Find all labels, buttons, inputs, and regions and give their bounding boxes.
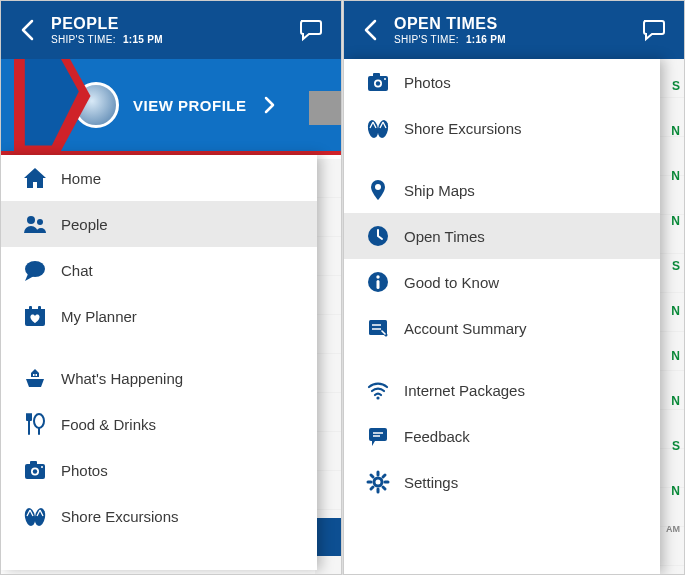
receipt-icon	[360, 315, 396, 341]
back-button[interactable]	[13, 17, 45, 43]
camera-icon	[360, 69, 396, 95]
ships-time: SHIP'S TIME: 1:15 PM	[51, 34, 293, 45]
profile-banner[interactable]: VIEW PROFILE	[1, 59, 341, 155]
menu-item-label: Good to Know	[404, 274, 499, 291]
menu-item-label: Food & Drinks	[61, 416, 156, 433]
clock-icon	[360, 223, 396, 249]
obscured-content	[315, 159, 341, 574]
menu-separator	[1, 339, 317, 355]
menu-item-label: Settings	[404, 474, 458, 491]
menu-item-know[interactable]: Good to Know	[344, 259, 660, 305]
back-icon	[359, 17, 385, 43]
page-title: PEOPLE	[51, 15, 293, 33]
chat-icon	[640, 16, 668, 44]
menu-item-account[interactable]: Account Summary	[344, 305, 660, 351]
people-icon	[17, 211, 53, 237]
flipflops-icon	[360, 115, 396, 141]
obscured-content: S N N N S N N N S N AM	[658, 59, 684, 574]
header: OPEN TIMES SHIP'S TIME: 1:16 PM	[344, 1, 684, 59]
menu-item-shore[interactable]: Shore Excursions	[1, 493, 317, 539]
chat-button[interactable]	[636, 16, 672, 44]
menu-item-label: Internet Packages	[404, 382, 525, 399]
nav-drawer: HomePeopleChatMy PlannerWhat's Happening…	[1, 155, 317, 570]
feedback-icon	[360, 423, 396, 449]
menu-item-planner[interactable]: My Planner	[1, 293, 317, 339]
header-text: PEOPLE SHIP'S TIME: 1:15 PM	[45, 15, 293, 45]
menu-item-shore[interactable]: Shore Excursions	[344, 105, 660, 151]
menu-item-label: Chat	[61, 262, 93, 279]
menu-item-label: My Planner	[61, 308, 137, 325]
menu-item-food[interactable]: Food & Drinks	[1, 401, 317, 447]
nav-drawer: PhotosShore ExcursionsShip MapsOpen Time…	[344, 59, 660, 574]
page-title: OPEN TIMES	[394, 15, 636, 33]
menu-item-label: Account Summary	[404, 320, 527, 337]
camera-icon	[17, 457, 53, 483]
pin-icon	[360, 177, 396, 203]
wifi-icon	[360, 377, 396, 403]
food-icon	[17, 411, 53, 437]
back-icon	[16, 17, 42, 43]
chat-button[interactable]	[293, 16, 329, 44]
menu-item-label: Shore Excursions	[404, 120, 522, 137]
menu-item-photos[interactable]: Photos	[344, 59, 660, 105]
home-icon	[17, 165, 53, 191]
menu-item-label: What's Happening	[61, 370, 183, 387]
back-button[interactable]	[356, 17, 388, 43]
menu-item-open[interactable]: Open Times	[344, 213, 660, 259]
menu-item-label: Photos	[404, 74, 451, 91]
carnival-tail-icon	[5, 59, 95, 155]
menu-item-label: Feedback	[404, 428, 470, 445]
menu-item-label: Shore Excursions	[61, 508, 179, 525]
chevron-right-icon	[257, 93, 275, 117]
menu-item-maps[interactable]: Ship Maps	[344, 167, 660, 213]
menu-item-home[interactable]: Home	[1, 155, 317, 201]
flipflops-icon	[17, 503, 53, 529]
screen-people: PEOPLE SHIP'S TIME: 1:15 PM VIEW PROFILE…	[0, 0, 342, 575]
calendar-heart-icon	[17, 303, 53, 329]
header-text: OPEN TIMES SHIP'S TIME: 1:16 PM	[388, 15, 636, 45]
screen-open-times: OPEN TIMES SHIP'S TIME: 1:16 PM S N N N …	[343, 0, 685, 575]
view-profile-label: VIEW PROFILE	[133, 93, 275, 117]
menu-item-chat[interactable]: Chat	[1, 247, 317, 293]
menu-item-photos[interactable]: Photos	[1, 447, 317, 493]
menu-item-label: Ship Maps	[404, 182, 475, 199]
menu-item-people[interactable]: People	[1, 201, 317, 247]
menu-item-happening[interactable]: What's Happening	[1, 355, 317, 401]
chat-bubble-icon	[17, 257, 53, 283]
info-icon	[360, 269, 396, 295]
menu-separator	[344, 151, 660, 167]
menu-item-label: Photos	[61, 462, 108, 479]
menu-item-label: Home	[61, 170, 101, 187]
ship-icon	[17, 365, 53, 391]
menu-item-settings[interactable]: Settings	[344, 459, 660, 505]
menu-item-label: People	[61, 216, 108, 233]
menu-item-label: Open Times	[404, 228, 485, 245]
chat-icon	[297, 16, 325, 44]
menu-item-feedback[interactable]: Feedback	[344, 413, 660, 459]
header: PEOPLE SHIP'S TIME: 1:15 PM	[1, 1, 341, 59]
ships-time: SHIP'S TIME: 1:16 PM	[394, 34, 636, 45]
gear-icon	[360, 469, 396, 495]
menu-item-internet[interactable]: Internet Packages	[344, 367, 660, 413]
menu-separator	[344, 351, 660, 367]
